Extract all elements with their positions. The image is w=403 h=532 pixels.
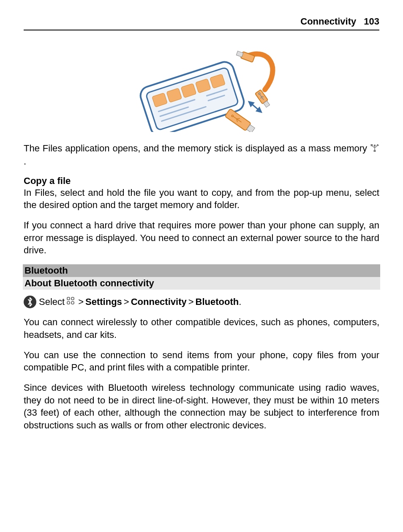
breadcrumb-sep-2: > (124, 296, 129, 307)
mass-memory-icon (370, 143, 379, 155)
breadcrumb-sep-1: > (78, 296, 84, 307)
svg-rect-35 (71, 297, 74, 300)
nav-connectivity: Connectivity (131, 296, 187, 307)
about-bluetooth-heading: About Bluetooth connectivity (23, 277, 380, 290)
files-open-text-b: . (24, 156, 26, 167)
header-page-number: 103 (364, 16, 379, 27)
bluetooth-p3: Since devices with Bluetooth wireless te… (24, 381, 379, 432)
bluetooth-section-heading: Bluetooth (23, 264, 380, 277)
svg-rect-36 (67, 302, 70, 304)
bluetooth-p2: You can use the connection to send items… (24, 349, 379, 374)
menu-grid-icon (66, 296, 75, 307)
page: Connectivity 103 (0, 0, 403, 532)
bluetooth-p1: You can connect wirelessly to other comp… (24, 316, 379, 341)
nav-period: . (239, 296, 241, 307)
select-path-line: Select > Settings > Connectivity > Bluet… (24, 296, 379, 308)
bluetooth-icon (24, 296, 36, 308)
breadcrumb-sep-3: > (188, 296, 194, 307)
svg-marker-32 (377, 144, 378, 145)
illustration-container (24, 43, 379, 134)
copy-a-file-heading: Copy a file (24, 176, 379, 186)
nav-settings: Settings (85, 296, 122, 307)
svg-point-30 (374, 145, 375, 146)
svg-rect-13 (236, 51, 243, 57)
files-open-paragraph: The Files application opens, and the mem… (24, 142, 379, 168)
hard-drive-note: If you connect a hard drive that require… (24, 219, 379, 257)
svg-point-33 (374, 150, 376, 152)
svg-rect-34 (67, 297, 70, 300)
copy-a-file-block: Copy a file In Files, select and hold th… (24, 176, 379, 211)
svg-rect-37 (71, 302, 74, 304)
files-open-text-a: The Files application opens, and the mem… (24, 143, 370, 154)
usb-otg-illustration (121, 43, 282, 134)
copy-a-file-text: In Files, select and hold the file you w… (24, 186, 379, 211)
nav-bluetooth: Bluetooth (196, 296, 239, 307)
svg-line-26 (252, 104, 258, 110)
svg-rect-31 (371, 145, 372, 146)
page-header: Connectivity 103 (24, 16, 379, 30)
header-section: Connectivity (300, 16, 356, 27)
select-word: Select (39, 296, 65, 307)
